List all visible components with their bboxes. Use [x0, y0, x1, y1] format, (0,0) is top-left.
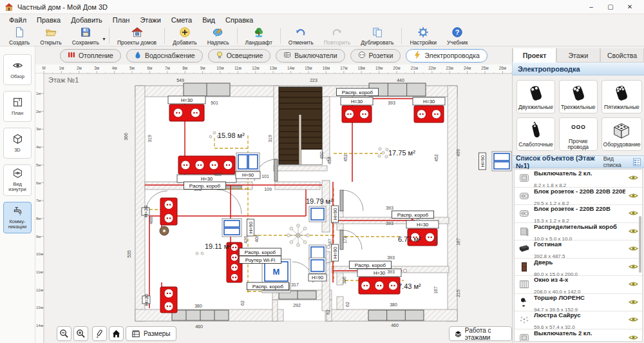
- visibility-eye-icon[interactable]: [629, 263, 638, 270]
- mode-tab[interactable]: Освещение: [208, 49, 271, 63]
- menu-item[interactable]: Добавить: [66, 16, 108, 24]
- zoom-out-button[interactable]: [57, 326, 71, 341]
- maximize-button[interactable]: ▢: [601, 3, 620, 10]
- toolbar-button-label: Сохранить: [72, 39, 99, 46]
- ruler-top-label: 17м: [340, 66, 347, 70]
- house-icon: [131, 26, 143, 39]
- toolbar-button[interactable]: Сохранить: [67, 26, 104, 46]
- visibility-eye-icon[interactable]: [629, 228, 638, 235]
- visibility-eye-icon[interactable]: [629, 192, 638, 199]
- ruler-top-label: 9м: [200, 66, 205, 70]
- dimension-label: 223: [310, 78, 317, 83]
- object-name: Распределительный короб: [534, 223, 617, 230]
- dimension-label: 440: [397, 78, 404, 83]
- object-list-row[interactable]: Выключатель 2 кл.8.2 x 1.8 x 8.2: [515, 329, 642, 342]
- visibility-eye-icon[interactable]: [629, 210, 638, 217]
- chandelier-object-icon: [518, 314, 531, 326]
- dimensions-toggle-button[interactable]: Размеры: [126, 326, 176, 341]
- mode-tab-label: Водоснабжение: [145, 52, 195, 59]
- gear-icon: [417, 26, 429, 39]
- object-name: Блок розеток - 220В 220В: [534, 205, 611, 212]
- dimension-label: 172: [433, 237, 438, 244]
- visibility-eye-icon[interactable]: [629, 316, 638, 323]
- floor-plan[interactable]: М1м2м3м4м5м6м7м8м9м10м11м12м13м14м15м16м…: [35, 64, 512, 343]
- close-button[interactable]: ✕: [620, 3, 639, 10]
- sidebar-item[interactable]: Комму- никации: [3, 202, 32, 233]
- dimension-label: 187: [328, 239, 332, 246]
- menu-item[interactable]: Правка: [32, 16, 66, 24]
- visibility-eye-icon[interactable]: [629, 245, 638, 252]
- list-view-control[interactable]: Вид списка: [603, 155, 641, 168]
- mode-tab[interactable]: Отопление: [60, 49, 121, 63]
- toolbar-button[interactable]: Ландшафт: [240, 26, 278, 46]
- visibility-eye-icon[interactable]: [629, 299, 638, 306]
- dimension-label: 393: [387, 270, 395, 274]
- annotation-label: Роутер Wi-Fi: [245, 257, 276, 263]
- plan-canvas[interactable]: М1м2м3м4м5м6м7м8м9м10м11м12м13м14м15м16м…: [35, 64, 512, 343]
- mode-tab[interactable]: Выключатели: [276, 49, 345, 63]
- panel-tab[interactable]: Этажи: [556, 48, 600, 63]
- visibility-eye-icon[interactable]: [629, 174, 638, 181]
- toolbar-button[interactable]: Надпись: [202, 26, 234, 46]
- wire-category[interactable]: Пятижильные: [601, 80, 643, 113]
- save-dropdown-arrow[interactable]: ▼: [102, 37, 106, 41]
- toolbar-button[interactable]: Проекты домов: [112, 26, 162, 46]
- toolbar-button[interactable]: Открыть: [35, 26, 66, 46]
- wire-category[interactable]: Трехжильные: [559, 80, 598, 113]
- mode-tab[interactable]: Розетки: [350, 49, 401, 63]
- wire-category[interactable]: Двухжильные: [516, 80, 555, 113]
- visibility-eye-icon[interactable]: [629, 334, 638, 341]
- sidebar-item[interactable]: 3D: [3, 128, 32, 159]
- mode-tab[interactable]: Водоснабжение: [126, 49, 203, 63]
- menu-item[interactable]: План: [108, 16, 135, 24]
- sidebar-item-label: Вид изнутри: [5, 182, 30, 193]
- menu-item[interactable]: Вид: [197, 16, 220, 24]
- ruler-top-label: 4м: [112, 66, 117, 70]
- toolbar-button[interactable]: Настройки: [404, 26, 442, 46]
- menu-item[interactable]: Смета: [166, 16, 197, 24]
- toolbar-separator: [401, 28, 402, 44]
- eye-icon: [12, 60, 23, 73]
- sidebar-item[interactable]: План: [3, 91, 32, 122]
- toolbar-button[interactable]: ?Учебник: [442, 26, 473, 46]
- wire-category[interactable]: Прочие провода: [559, 117, 598, 151]
- switch-object-icon: [518, 332, 531, 342]
- height-label: Н=30: [423, 99, 435, 104]
- sidebar-item[interactable]: Вид изнутри: [3, 164, 32, 196]
- menu-item[interactable]: Этажи: [135, 16, 166, 24]
- list-view-label: Вид списка: [603, 155, 631, 168]
- object-name: Дверь: [534, 259, 553, 266]
- wire-category[interactable]: Оборудование: [601, 117, 643, 151]
- dimension-label: 459: [327, 157, 332, 164]
- toolbar-button-label: Проекты домов: [117, 39, 156, 46]
- wire-category[interactable]: Слаботочные: [516, 117, 555, 151]
- toolbar-button[interactable]: Отменить: [283, 26, 319, 46]
- menu-item[interactable]: Файл: [4, 16, 32, 24]
- toolbar-button[interactable]: Дублировать: [355, 26, 399, 46]
- zoom-in-button[interactable]: [73, 326, 88, 341]
- minimize-button[interactable]: –: [582, 3, 601, 10]
- height-label: Н=30: [351, 99, 363, 104]
- machine-letter: М: [273, 267, 280, 277]
- dimension-label: 452: [343, 154, 348, 162]
- visibility-eye-icon[interactable]: [629, 280, 638, 288]
- ruler-top-label: 5м: [129, 66, 135, 70]
- sidebar-item[interactable]: Обзор: [3, 54, 32, 85]
- menu-item[interactable]: Справка: [220, 16, 258, 24]
- toolbar-button[interactable]: Добавить: [167, 26, 202, 46]
- floors-button[interactable]: Работа с этажами: [449, 326, 512, 341]
- mode-tab[interactable]: Электропроводка: [406, 49, 488, 63]
- list-scrollbar[interactable]: [639, 216, 641, 273]
- home-view-button[interactable]: [109, 326, 124, 341]
- height-label: Н=90: [242, 172, 254, 178]
- toolbar-button[interactable]: Создать: [4, 26, 35, 46]
- panel-tab[interactable]: Свойства: [600, 48, 644, 63]
- panel-tab[interactable]: Проект: [513, 48, 556, 63]
- ruler-top-label: 23м: [446, 66, 453, 70]
- sidebar-item-label: Комму- никации: [5, 219, 30, 230]
- bulb-icon: [216, 51, 223, 60]
- height-label: Н=30: [144, 294, 149, 306]
- ruler-top-label: 12м: [252, 66, 259, 70]
- mode-tab-label: Электропроводка: [424, 52, 480, 59]
- measure-tool-button[interactable]: [92, 326, 107, 341]
